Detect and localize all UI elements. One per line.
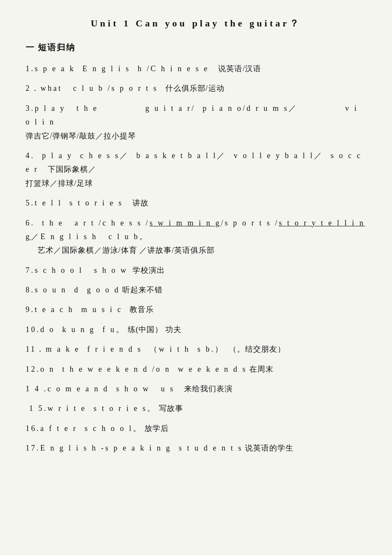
chinese-text: 什么俱乐部/运动 xyxy=(165,84,225,92)
list-item: 8.s o u n d g o o d 听起来不错 xyxy=(26,283,366,297)
list-item: 16.a f t e r s c h o o l。 放学后 xyxy=(26,422,366,435)
english-text: 2．what c l u b /s p o r t s xyxy=(26,84,158,92)
list-item: 12.o n t h e w e e k e n d /o n w e e k … xyxy=(26,362,366,376)
english-text: 1 4 .c o m e a n d s h o w u s xyxy=(26,384,175,393)
list-item: 17.E n g l i s h -s p e a k i n g s t u … xyxy=(26,441,366,455)
english-text-3: ／E n g l i s h c l u b。 xyxy=(31,232,149,241)
chinese-text: 教音乐 xyxy=(130,305,154,314)
list-item: 2．what c l u b /s p o r t s 什么俱乐部/运动 xyxy=(26,81,366,95)
english-text: 6. t h e a r t /c h e s s / xyxy=(26,219,150,227)
chinese-text: 讲故 xyxy=(133,199,149,207)
chinese-text: 放学后 xyxy=(144,424,169,433)
english-text-2: /s p o r t s / xyxy=(221,219,279,227)
english-text: 1.s p e a k E n g l i s h /C h i n e s e xyxy=(26,64,209,73)
chinese-text-2: 打篮球／排球/足球 xyxy=(26,179,93,188)
english-text: 17.E n g l i s h -s p e a k i n g s t u … xyxy=(26,444,243,452)
english-text: 9.t e a c h m u s i c xyxy=(26,305,122,314)
chinese-text: 练(中国） 功夫 xyxy=(128,325,182,334)
list-item: 1.s p e a k E n g l i s h /C h i n e s e… xyxy=(26,62,366,75)
list-item: 11．m a k e f r i e n d s （w i t h s b.） … xyxy=(26,342,366,356)
chinese-text: 说英语的学生 xyxy=(245,444,294,452)
english-text: 3.p l a y t h e g u i t a r/ p i a n o/d… xyxy=(26,104,358,126)
section-heading: 一 短语归纳 xyxy=(26,42,366,53)
english-text: 5.t e l l s t o r i e s xyxy=(26,199,123,207)
english-text: 16.a f t e r s c h o o l。 xyxy=(26,424,142,433)
chinese-text: 下国际象棋／ xyxy=(48,165,96,173)
chinese-text: 艺术／国际象棋／游泳/体育 ／讲故事/英语俱乐部 xyxy=(37,246,215,254)
english-text: 1 5.w r i t e s t o r i e s。 xyxy=(26,404,156,413)
list-item: 4. p l a y c h e s s／ b a s k e t b a l … xyxy=(26,149,366,190)
chinese-text: 来给我们表演 xyxy=(184,384,233,393)
list-item: 1 5.w r i t e s t o r i e s。 写故事 xyxy=(26,402,366,415)
list-item: 5.t e l l s t o r i e s 讲故 xyxy=(26,196,366,210)
chinese-text: 听起来不错 xyxy=(122,286,163,294)
english-text: 7.s c h o o l s h o w xyxy=(26,266,128,275)
list-item: 10.d o k u n g f u。 练(中国） 功夫 xyxy=(26,323,366,336)
english-text: 12.o n t h e w e e k e n d /o n w e e k … xyxy=(26,365,247,373)
list-item: 7.s c h o o l s h o w 学校演出 xyxy=(26,263,366,277)
list-item: 9.t e a c h m u s i c 教音乐 xyxy=(26,303,366,316)
chinese-text: 学校演出 xyxy=(133,266,165,275)
english-text: 11．m a k e f r i e n d s （w i t h s b.） xyxy=(26,345,224,353)
chinese-text: 在周末 xyxy=(249,365,274,373)
page-title: Unit 1 Can you play the guitar？ xyxy=(26,17,366,30)
list-item: 1 4 .c o m e a n d s h o w u s 来给我们表演 xyxy=(26,382,366,396)
chinese-text: 写故事 xyxy=(159,404,183,413)
chinese-text: 弹吉它/弹钢琴/敲鼓／拉小提琴 xyxy=(26,132,136,140)
english-underline-1: s w i m m i n g xyxy=(150,219,221,227)
chinese-text: （。结交朋友） xyxy=(229,345,285,353)
list-item: 6. t h e a r t /c h e s s /s w i m m i n… xyxy=(26,216,366,257)
list-item: 3.p l a y t h e g u i t a r/ p i a n o/d… xyxy=(26,101,366,143)
english-text: 8.s o u n d g o o d xyxy=(26,286,120,294)
chinese-text: 说英语/汉语 xyxy=(218,64,261,73)
english-text: 10.d o k u n g f u。 xyxy=(26,325,125,334)
